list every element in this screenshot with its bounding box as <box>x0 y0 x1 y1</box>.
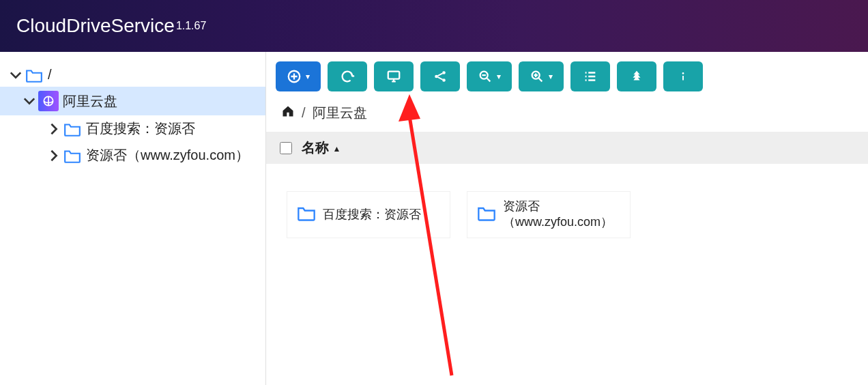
zoom-in-icon <box>530 69 545 84</box>
tree-button[interactable] <box>617 61 656 91</box>
share-icon <box>433 69 448 84</box>
tree-item-label: 阿里云盘 <box>63 92 117 111</box>
tree-item-child-1[interactable]: 资源否（www.zyfou.com） <box>0 142 265 169</box>
sidebar-tree: / 阿里云盘 百度搜索：资源否 <box>0 52 266 385</box>
column-header-row: 名称 ▲ <box>266 132 868 164</box>
tree-item-aliyun[interactable]: 阿里云盘 <box>0 87 265 115</box>
share-button[interactable] <box>420 61 460 91</box>
info-button[interactable] <box>663 61 703 91</box>
breadcrumb-separator: / <box>302 105 306 121</box>
monitor-icon <box>386 69 401 84</box>
file-item[interactable]: 资源否（www.zyfou.com） <box>467 191 631 238</box>
app-header: CloudDriveService 1.1.67 <box>0 0 868 52</box>
add-button[interactable]: ▾ <box>276 61 321 91</box>
folder-icon <box>63 148 82 163</box>
caret-down-icon: ▾ <box>497 72 501 81</box>
list-view-button[interactable] <box>570 61 610 91</box>
cloud-service-icon <box>38 91 59 111</box>
folder-icon <box>297 205 316 224</box>
tree-root[interactable]: / <box>0 63 265 87</box>
tree-item-label: 资源否（www.zyfou.com） <box>86 146 249 165</box>
tree-item-child-0[interactable]: 百度搜索：资源否 <box>0 115 265 142</box>
folder-icon <box>477 205 496 224</box>
tree-icon <box>629 69 644 84</box>
list-icon <box>583 69 598 84</box>
file-item-label: 百度搜索：资源否 <box>323 207 421 223</box>
refresh-button[interactable] <box>328 61 367 91</box>
column-name-header[interactable]: 名称 ▲ <box>302 139 341 157</box>
breadcrumb: / 阿里云盘 <box>266 98 868 132</box>
zoom-out-button[interactable]: ▾ <box>467 61 512 91</box>
folder-icon <box>25 68 44 83</box>
column-name-label: 名称 <box>302 140 329 155</box>
mount-button[interactable] <box>374 61 414 91</box>
file-item-label: 资源否（www.zyfou.com） <box>503 199 620 231</box>
svg-rect-1 <box>388 72 400 79</box>
home-icon[interactable] <box>281 104 295 122</box>
chevron-down-icon[interactable] <box>23 95 35 107</box>
chevron-right-icon[interactable] <box>48 149 60 162</box>
chevron-right-icon[interactable] <box>48 123 60 135</box>
app-version: 1.1.67 <box>176 20 206 32</box>
app-title: CloudDriveService <box>16 15 175 37</box>
info-icon <box>676 69 691 84</box>
select-all-checkbox[interactable] <box>280 142 292 154</box>
file-item[interactable]: 百度搜索：资源否 <box>287 191 450 238</box>
chevron-down-icon[interactable] <box>10 69 22 81</box>
folder-icon <box>63 122 82 137</box>
zoom-in-button[interactable]: ▾ <box>519 61 564 91</box>
caret-down-icon: ▾ <box>549 72 553 81</box>
breadcrumb-current[interactable]: 阿里云盘 <box>313 104 367 122</box>
sort-asc-icon: ▲ <box>333 144 341 154</box>
plus-circle-icon <box>287 69 302 84</box>
zoom-out-icon <box>478 69 493 84</box>
refresh-icon <box>340 69 355 84</box>
toolbar: ▾ ▾ ▾ <box>266 52 868 98</box>
caret-down-icon: ▾ <box>306 72 310 81</box>
content-area: ▾ ▾ ▾ <box>266 52 868 385</box>
tree-root-label: / <box>48 67 52 83</box>
main-area: / 阿里云盘 百度搜索：资源否 <box>0 52 868 385</box>
file-grid: 百度搜索：资源否 资源否（www.zyfou.com） <box>266 164 868 266</box>
svg-point-7 <box>682 72 684 74</box>
tree-item-label: 百度搜索：资源否 <box>86 119 195 138</box>
